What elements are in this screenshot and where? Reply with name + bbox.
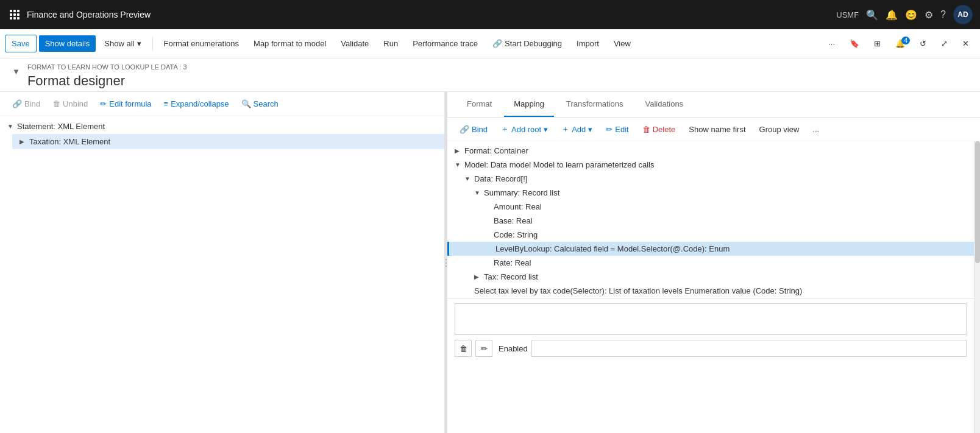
badge-button[interactable]: 🔔4: [889, 35, 911, 52]
tab-format[interactable]: Format: [457, 92, 502, 117]
link-icon: 🔗: [12, 99, 22, 108]
label-summary: Summary: Record list: [484, 188, 559, 197]
map-item-tax[interactable]: ▶ Tax: Record list: [447, 270, 974, 284]
view-button[interactable]: View: [608, 35, 637, 52]
avatar[interactable]: AD: [953, 5, 973, 24]
tree-item-taxation[interactable]: ▶ Taxation: XML Element: [12, 134, 444, 149]
tree-arrow-taxation: ▶: [20, 138, 27, 145]
group-view-button[interactable]: Group view: [755, 122, 804, 136]
map-item-levelbylookup[interactable]: LevelByLookup: Calculated field = Model.…: [447, 242, 974, 256]
filter-icon[interactable]: ▼: [12, 67, 20, 76]
enabled-input[interactable]: [531, 340, 967, 357]
page-header: ▼ FORMAT TO LEARN HOW TO LOOKUP LE DATA …: [0, 58, 980, 92]
formula-textarea[interactable]: [455, 303, 967, 335]
mapping-toolbar: 🔗 Bind ＋ Add root ▾ ＋ Add ▾ ✏ Edit: [447, 118, 980, 141]
show-all-label: Show all: [104, 39, 134, 48]
app-grid-icon[interactable]: [7, 7, 22, 22]
format-enumerations-button[interactable]: Format enumerations: [158, 35, 246, 52]
trash-icon: 🗑: [52, 99, 60, 108]
label-tax: Tax: Record list: [484, 272, 538, 281]
mapping-tree[interactable]: ▶ Format: Container ▼ Model: Data model …: [447, 141, 974, 433]
label-rate: Rate: Real: [494, 258, 531, 267]
tab-validations[interactable]: Validations: [635, 92, 693, 117]
tab-mapping[interactable]: Mapping: [504, 92, 554, 117]
map-item-select-tax[interactable]: Select tax level by tax code(Selector): …: [447, 284, 974, 298]
unbind-button[interactable]: 🗑 Unbind: [48, 97, 93, 111]
more-mapping-button[interactable]: ...: [808, 122, 824, 136]
map-item-format-container[interactable]: ▶ Format: Container: [447, 144, 974, 158]
save-button[interactable]: Save: [5, 35, 37, 52]
panel-icon[interactable]: ⊞: [868, 35, 887, 52]
map-item-data[interactable]: ▼ Data: Record[!]: [447, 172, 974, 186]
tabs-row: Format Mapping Transformations Validatio…: [447, 92, 980, 118]
show-details-button[interactable]: Show details: [39, 35, 96, 52]
expand-icon[interactable]: ⤢: [935, 35, 954, 52]
performance-trace-button[interactable]: Performance trace: [407, 35, 484, 52]
right-panel: Format Mapping Transformations Validatio…: [447, 92, 980, 433]
arrow-tax: ▶: [474, 273, 481, 280]
bind-button[interactable]: 🔗 Bind: [7, 97, 45, 111]
map-item-model[interactable]: ▼ Model: Data model Model to learn param…: [447, 158, 974, 172]
formula-section: 🗑 ✏ Enabled: [447, 298, 974, 362]
tree-item-statement[interactable]: ▼ Statement: XML Element: [0, 119, 444, 134]
start-debugging-button[interactable]: 🔗 Start Debugging: [486, 35, 568, 52]
more-actions-button[interactable]: ···: [822, 35, 841, 52]
expand-collapse-button[interactable]: ≡ Expand/collapse: [159, 97, 234, 111]
emoji-icon[interactable]: 😊: [905, 9, 917, 21]
tab-transformations[interactable]: Transformations: [556, 92, 633, 117]
link-icon: 🔗: [460, 125, 469, 134]
scrollbar-thumb[interactable]: [975, 141, 980, 263]
settings-icon[interactable]: ⚙: [925, 9, 933, 21]
show-all-button[interactable]: Show all ▾: [98, 35, 147, 52]
tree-label-statement: Statement: XML Element: [17, 122, 105, 131]
run-button[interactable]: Run: [377, 35, 404, 52]
tree-area[interactable]: ▼ Statement: XML Element ▶ Taxation: XML…: [0, 116, 444, 433]
map-item-amount[interactable]: Amount: Real: [447, 200, 974, 214]
mapping-content: ▶ Format: Container ▼ Model: Data model …: [447, 141, 980, 433]
delete-button[interactable]: 🗑 Delete: [637, 122, 681, 136]
map-item-code[interactable]: Code: String: [447, 228, 974, 242]
left-toolbar: 🔗 Bind 🗑 Unbind ✏ Edit formula ≡ Expand/…: [0, 92, 444, 116]
search-icon: 🔍: [241, 99, 251, 108]
validate-button[interactable]: Validate: [335, 35, 375, 52]
arrow-summary: ▼: [474, 189, 481, 196]
notification-icon[interactable]: 🔔: [886, 9, 898, 21]
label-data: Data: Record[!]: [474, 174, 527, 183]
label-select-tax: Select tax level by tax code(Selector): …: [474, 286, 802, 295]
bookmark-icon[interactable]: 🔖: [843, 35, 865, 52]
add-root-button[interactable]: ＋ Add root ▾: [496, 121, 553, 137]
trash-icon: 🗑: [642, 125, 650, 134]
search-icon[interactable]: 🔍: [866, 9, 878, 21]
help-icon[interactable]: ?: [940, 9, 946, 20]
add-button[interactable]: ＋ Add ▾: [556, 121, 597, 137]
enabled-label: Enabled: [499, 344, 528, 353]
close-icon[interactable]: ✕: [956, 35, 975, 52]
map-item-rate[interactable]: Rate: Real: [447, 256, 974, 270]
map-bind-button[interactable]: 🔗 Bind: [455, 122, 492, 136]
search-button[interactable]: 🔍 Search: [236, 97, 283, 111]
edit-formula-button[interactable]: ✏ Edit formula: [95, 97, 156, 111]
user-label: USMF: [836, 10, 859, 19]
map-item-base[interactable]: Base: Real: [447, 214, 974, 228]
label-base: Base: Real: [494, 216, 533, 225]
map-item-summary[interactable]: ▼ Summary: Record list: [447, 186, 974, 200]
import-button[interactable]: Import: [570, 35, 605, 52]
top-bar: Finance and Operations Preview USMF 🔍 🔔 …: [0, 0, 980, 29]
map-format-to-model-button[interactable]: Map format to model: [247, 35, 332, 52]
scrollbar-track[interactable]: [974, 141, 980, 433]
label-levelbylookup: LevelByLookup: Calculated field = Model.…: [495, 244, 730, 253]
delete-formula-button[interactable]: 🗑: [455, 340, 472, 357]
refresh-icon[interactable]: ↺: [914, 35, 932, 52]
show-all-chevron-icon: ▾: [137, 39, 141, 48]
enabled-row: 🗑 ✏ Enabled: [455, 340, 967, 357]
label-amount: Amount: Real: [494, 202, 542, 211]
tree-label-taxation: Taxation: XML Element: [29, 137, 110, 146]
left-panel: 🔗 Bind 🗑 Unbind ✏ Edit formula ≡ Expand/…: [0, 92, 445, 433]
plus-icon: ＋: [501, 124, 509, 135]
action-bar: Save Show details Show all ▾ Format enum…: [0, 29, 980, 58]
edit-formula-button[interactable]: ✏: [475, 340, 492, 357]
show-name-first-button[interactable]: Show name first: [684, 122, 750, 136]
edit-button[interactable]: ✏ Edit: [601, 122, 633, 136]
formula-input[interactable]: [455, 304, 966, 334]
label-model: Model: Data model Model to learn paramet…: [464, 160, 654, 169]
